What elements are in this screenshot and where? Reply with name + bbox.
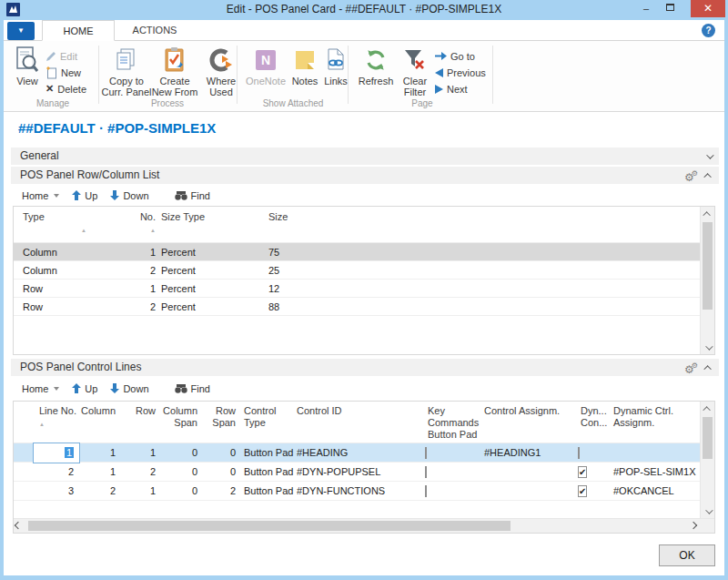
view-document-icon: [15, 46, 39, 75]
table-row[interactable]: Row 1 Percent 12: [14, 280, 700, 298]
column-header-type[interactable]: Type▲: [14, 207, 136, 242]
control-toolbar-home-button[interactable]: Home: [18, 382, 63, 396]
onenote-icon: N: [256, 46, 276, 75]
dyn-con-checkbox[interactable]: [578, 447, 580, 459]
fasttab-general-label: General: [20, 149, 59, 162]
line-no-edit-cell[interactable]: 1: [34, 443, 79, 463]
copy-to-curr-panel-button[interactable]: Copy to Curr. Panel: [100, 46, 153, 97]
scroll-down-icon[interactable]: [701, 341, 714, 354]
dyn-con-checkbox[interactable]: [578, 466, 587, 478]
where-used-label: Where Used: [201, 76, 241, 97]
column-header-line-no[interactable]: Line No. ▲: [34, 402, 79, 443]
column-header-row[interactable]: Row: [121, 402, 161, 443]
goto-button[interactable]: Go to: [435, 49, 475, 63]
help-icon[interactable]: ?: [702, 24, 715, 37]
find-label: Find: [191, 383, 210, 394]
where-used-icon: [208, 46, 234, 75]
previous-button[interactable]: Previous: [435, 66, 486, 79]
key-commands-checkbox[interactable]: [425, 485, 427, 497]
notes-button[interactable]: Notes: [288, 46, 322, 86]
table-row[interactable]: 1 1 1 0 0 Button Pad #HEADING #HEADING1: [14, 443, 700, 463]
column-header-no[interactable]: No.▲: [136, 207, 159, 242]
ok-button[interactable]: OK: [659, 544, 715, 566]
window-body: ▼ HOME ACTIONS ? View: [4, 20, 724, 575]
key-commands-checkbox[interactable]: [425, 447, 427, 459]
fasttab-general[interactable]: General: [11, 148, 719, 165]
notes-label: Notes: [292, 76, 318, 86]
scroll-right-icon[interactable]: [690, 522, 697, 529]
copy-documents-icon: [115, 46, 138, 75]
column-header-size-type[interactable]: Size Type: [159, 207, 268, 242]
column-header-column[interactable]: Column: [79, 402, 121, 443]
table-row[interactable]: Row 2 Percent 88: [14, 298, 700, 316]
clipboard-check-icon: [163, 46, 187, 75]
column-header-row-span[interactable]: Row Span: [203, 402, 241, 443]
scrollbar-thumb[interactable]: [703, 222, 713, 310]
new-button[interactable]: New: [46, 66, 81, 79]
fasttab-control-lines-label: POS Panel Control Lines: [20, 361, 141, 373]
create-new-from-button[interactable]: Create New From: [149, 46, 200, 97]
app-window: Edit - POS Panel Card - ##DEFAULT · #POP…: [0, 0, 728, 580]
rowcol-toolbar-find-button[interactable]: Find: [171, 188, 214, 203]
ribbon-tab-bar: ▼ HOME ACTIONS ?: [4, 20, 724, 41]
clear-filter-button[interactable]: Clear Filter: [399, 46, 431, 97]
delete-button[interactable]: ✕ Delete: [46, 82, 86, 96]
scrollbar-thumb[interactable]: [28, 521, 511, 531]
onenote-button[interactable]: N OneNote: [242, 46, 289, 86]
where-used-button[interactable]: Where Used: [201, 46, 241, 97]
chevron-down-icon[interactable]: [706, 151, 713, 158]
application-menu-button[interactable]: ▼: [7, 22, 35, 40]
fasttab-rowcol-list[interactable]: POS Panel Row/Column List ⚙⚙: [11, 167, 719, 184]
table-row[interactable]: Column 1 Percent 75: [14, 243, 700, 261]
down-label: Down: [123, 190, 148, 201]
column-header-control-id[interactable]: Control ID: [294, 402, 425, 443]
refresh-button[interactable]: Refresh: [355, 46, 397, 86]
column-header-dyn-con[interactable]: Dyn... Con...: [578, 402, 611, 443]
table-row[interactable]: 3 2 1 0 2 Button Pad #DYN-FUNCTIONS #OKC…: [14, 482, 700, 501]
table-row[interactable]: Column 2 Percent 25: [14, 261, 700, 280]
column-header-column-span[interactable]: Column Span: [161, 402, 203, 443]
rowcol-toolbar-up-button[interactable]: Up: [68, 188, 101, 203]
fasttab-control-lines[interactable]: POS Panel Control Lines ⚙⚙: [11, 359, 719, 376]
vertical-scrollbar[interactable]: [700, 402, 714, 518]
vertical-scrollbar[interactable]: [700, 207, 714, 354]
minimize-button[interactable]: –: [635, 0, 657, 17]
group-label-manage: Manage: [11, 98, 95, 108]
chevron-up-icon[interactable]: [703, 365, 711, 372]
control-toolbar-up-button[interactable]: Up: [68, 382, 101, 396]
control-toolbar-down-button[interactable]: Down: [106, 382, 152, 396]
scroll-down-icon[interactable]: [701, 504, 714, 518]
link-icon: [326, 46, 346, 75]
rowcol-toolbar-home-button[interactable]: Home: [18, 188, 63, 203]
rowcol-toolbar-down-button[interactable]: Down: [106, 188, 152, 203]
column-header-control-type[interactable]: Control Type: [241, 402, 294, 443]
group-label-show-attached: Show Attached: [242, 98, 344, 108]
column-header-dynamic-ctrl[interactable]: Dynamic Ctrl. Assignm.: [611, 402, 698, 443]
horizontal-scrollbar[interactable]: [14, 518, 714, 533]
control-toolbar-find-button[interactable]: Find: [171, 382, 214, 396]
scroll-up-icon[interactable]: [701, 207, 714, 220]
key-commands-checkbox[interactable]: [425, 466, 427, 478]
column-header-key-commands[interactable]: Key Commands Button Pad: [425, 402, 481, 443]
settings-gears-icon[interactable]: ⚙⚙: [684, 169, 698, 182]
scroll-left-icon[interactable]: [15, 522, 22, 529]
next-button[interactable]: Next: [435, 82, 468, 96]
links-button[interactable]: Links: [320, 46, 351, 86]
maximize-button[interactable]: [659, 0, 681, 17]
dyn-con-checkbox[interactable]: [578, 485, 587, 497]
column-header-control-assignm[interactable]: Control Assignm.: [481, 402, 578, 443]
close-button[interactable]: ✕: [691, 0, 725, 17]
chevron-down-icon: [54, 387, 59, 391]
chevron-down-icon: [54, 194, 59, 198]
scroll-up-icon[interactable]: [701, 402, 714, 415]
column-header-size[interactable]: Size: [268, 207, 378, 242]
edit-button[interactable]: Edit: [46, 49, 77, 63]
tab-home[interactable]: HOME: [42, 20, 115, 41]
view-button[interactable]: View: [11, 46, 44, 86]
table-row[interactable]: 2 1 2 0 0 Button Pad #DYN-POPUPSEL #POP-…: [14, 463, 700, 482]
tab-actions[interactable]: ACTIONS: [115, 20, 195, 41]
scrollbar-thumb[interactable]: [703, 417, 713, 459]
settings-gears-icon[interactable]: ⚙⚙: [684, 361, 698, 374]
edit-label: Edit: [60, 51, 77, 62]
chevron-up-icon[interactable]: [703, 173, 711, 180]
